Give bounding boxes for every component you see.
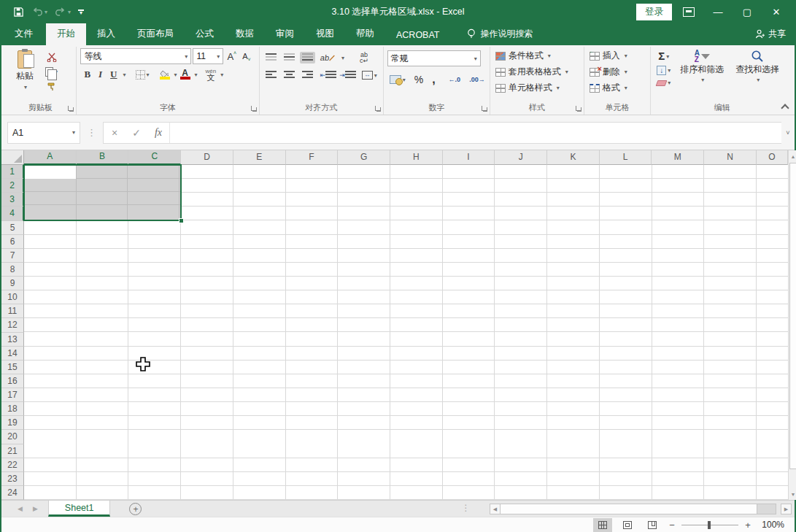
zoom-out-icon[interactable]: −	[668, 520, 676, 531]
close-icon[interactable]: ✕	[764, 2, 789, 21]
conditional-formatting-button[interactable]: 条件格式▾	[494, 48, 580, 63]
format-painter-icon[interactable]	[43, 80, 60, 93]
column-header-O[interactable]: O	[757, 150, 788, 165]
fill-color-dropdown-icon[interactable]: ▾	[174, 72, 177, 78]
horizontal-scrollbar[interactable]: ◀ ▶	[490, 504, 792, 514]
share-button[interactable]: 共享	[755, 28, 786, 40]
sheet-nav-left-icon[interactable]: ◀	[18, 505, 23, 512]
row-header-12[interactable]: 12	[1, 318, 24, 332]
column-header-G[interactable]: G	[338, 150, 390, 165]
column-header-B[interactable]: B	[77, 150, 129, 165]
column-header-H[interactable]: H	[390, 150, 443, 165]
scroll-down-icon[interactable]: ▼	[789, 488, 796, 500]
number-format-combo[interactable]: 常规▾	[387, 50, 481, 66]
clear-icon[interactable]: ▾	[654, 78, 673, 88]
column-header-D[interactable]: D	[181, 150, 233, 165]
font-dialog-launcher-icon[interactable]	[250, 105, 258, 112]
tab-home[interactable]: 开始	[46, 23, 86, 45]
sheet-nav-right-icon[interactable]: ▶	[33, 505, 38, 512]
column-header-K[interactable]: K	[547, 150, 600, 165]
font-size-combo[interactable]: 11▾	[193, 48, 223, 64]
column-header-C[interactable]: C	[128, 150, 181, 165]
vertical-scrollbar[interactable]: ▲ ▼	[788, 150, 796, 500]
zoom-level[interactable]: 100%	[758, 520, 784, 530]
row-header-5[interactable]: 5	[1, 221, 24, 235]
scroll-right-icon[interactable]: ▶	[781, 504, 792, 514]
row-header-6[interactable]: 6	[1, 235, 24, 249]
align-right-icon[interactable]	[300, 69, 315, 81]
row-header-2[interactable]: 2	[1, 179, 24, 193]
align-middle-icon[interactable]	[282, 52, 297, 63]
login-button[interactable]: 登录	[636, 4, 672, 20]
row-header-19[interactable]: 19	[1, 416, 24, 430]
grow-font-button[interactable]: A˄	[225, 50, 239, 63]
redo-icon[interactable]: ▾	[55, 7, 71, 17]
normal-view-button[interactable]	[593, 518, 612, 532]
row-header-18[interactable]: 18	[1, 402, 24, 416]
tab-insert[interactable]: 插入	[86, 23, 126, 45]
column-header-M[interactable]: M	[652, 150, 704, 165]
tab-page-layout[interactable]: 页面布局	[126, 23, 185, 45]
fill-icon[interactable]: ↓▾	[654, 64, 673, 77]
align-center-icon[interactable]	[282, 69, 297, 81]
row-header-10[interactable]: 10	[1, 290, 24, 304]
font-color-icon[interactable]: A	[178, 68, 193, 81]
vertical-scrollbar-thumb[interactable]	[789, 163, 796, 469]
row-header-14[interactable]: 14	[1, 347, 24, 361]
column-header-E[interactable]: E	[233, 150, 286, 165]
column-header-F[interactable]: F	[286, 150, 339, 165]
shrink-font-button[interactable]: A˅	[240, 50, 252, 62]
orientation-dropdown-icon[interactable]: ▾	[341, 55, 344, 61]
active-cell-A1[interactable]	[25, 166, 76, 179]
borders-icon[interactable]: ▾	[134, 69, 152, 81]
row-header-8[interactable]: 8	[1, 263, 24, 277]
merge-center-icon[interactable]: ↔▾	[360, 69, 379, 81]
cell-styles-button[interactable]: 单元格样式▾	[494, 80, 580, 96]
sort-filter-button[interactable]: AZ 排序和筛选 ▾	[676, 48, 728, 85]
alignment-dialog-launcher-icon[interactable]	[374, 105, 382, 112]
align-left-icon[interactable]	[263, 69, 279, 81]
row-header-15[interactable]: 15	[1, 361, 24, 374]
percent-style-icon[interactable]: %	[412, 72, 425, 87]
save-icon[interactable]	[13, 7, 24, 18]
scroll-up-icon[interactable]: ▲	[789, 150, 796, 162]
decrease-decimal-icon[interactable]: .00→	[467, 74, 487, 85]
row-header-16[interactable]: 16	[1, 374, 24, 388]
customize-qat-icon[interactable]: ▾	[78, 9, 84, 15]
row-header-9[interactable]: 9	[1, 277, 24, 290]
column-header-A[interactable]: A	[24, 150, 77, 165]
selection-range-A1-C4[interactable]	[23, 164, 182, 221]
cancel-entry-icon[interactable]: ×	[104, 127, 125, 139]
tab-review[interactable]: 审阅	[265, 23, 305, 45]
row-header-4[interactable]: 4	[1, 207, 24, 220]
italic-button[interactable]: I	[95, 68, 106, 81]
zoom-in-icon[interactable]: +	[743, 520, 752, 531]
column-header-L[interactable]: L	[600, 150, 652, 165]
column-header-I[interactable]: I	[443, 150, 495, 165]
minimize-icon[interactable]: —	[706, 2, 730, 21]
increase-indent-icon[interactable]: ⇥	[337, 69, 354, 81]
row-header-20[interactable]: 20	[1, 430, 24, 444]
page-break-view-button[interactable]	[643, 518, 662, 532]
name-box-dropdown-icon[interactable]: ▾	[72, 129, 75, 136]
scroll-left-icon[interactable]: ◀	[490, 504, 501, 514]
expand-formula-bar-icon[interactable]: ˅	[781, 129, 795, 136]
tab-acrobat[interactable]: ACROBAT	[385, 26, 451, 45]
row-header-22[interactable]: 22	[1, 458, 24, 472]
delete-cells-button[interactable]: 删除▾	[588, 64, 646, 80]
undo-icon[interactable]: ▾	[31, 7, 47, 17]
font-name-combo[interactable]: 等线▾	[80, 48, 191, 64]
paste-button[interactable]: 粘贴 ▾	[8, 48, 42, 90]
select-all-button[interactable]	[1, 150, 24, 165]
find-select-button[interactable]: 查找和选择 ▾	[731, 48, 784, 85]
underline-button[interactable]: U	[107, 68, 120, 81]
undo-dropdown-icon[interactable]: ▾	[45, 9, 47, 15]
align-bottom-icon[interactable]	[300, 52, 315, 63]
decrease-indent-icon[interactable]: ⇤	[318, 69, 335, 81]
row-header-3[interactable]: 3	[1, 193, 24, 207]
orientation-icon[interactable]: ab	[317, 52, 338, 63]
page-layout-view-button[interactable]	[618, 518, 637, 532]
cut-icon[interactable]	[43, 51, 60, 63]
phonetic-guide-icon[interactable]: wén 文	[204, 67, 219, 82]
accounting-format-icon[interactable]: ▾	[387, 74, 408, 85]
